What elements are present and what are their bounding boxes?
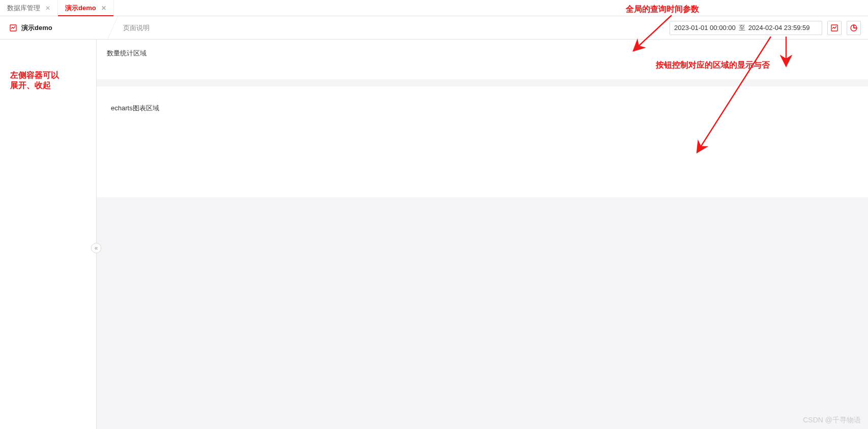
chart-box-icon xyxy=(830,24,838,32)
main-layout: « 数量统计区域 echarts图表区域 xyxy=(0,40,868,429)
tab-label: 演示demo xyxy=(65,4,96,13)
page-title: 演示demo xyxy=(21,23,52,33)
tab-demo[interactable]: 演示demo ✕ xyxy=(58,0,114,16)
date-to: 2024-02-04 23:59:59 xyxy=(748,24,810,32)
content-area: 数量统计区域 echarts图表区域 xyxy=(97,40,868,429)
page-description: 页面说明 xyxy=(123,23,150,33)
tabs-bar: 数据库管理 ✕ 演示demo ✕ xyxy=(0,0,868,16)
date-from: 2023-01-01 00:00:00 xyxy=(674,24,736,32)
date-to-word: 至 xyxy=(739,23,745,33)
stats-panel-label: 数量统计区域 xyxy=(107,49,147,58)
close-icon[interactable]: ✕ xyxy=(45,5,50,12)
left-sidebar: « xyxy=(0,40,97,429)
stats-panel: 数量统计区域 xyxy=(97,40,868,79)
tab-database[interactable]: 数据库管理 ✕ xyxy=(0,0,58,16)
chart-panel-label: echarts图表区域 xyxy=(111,104,159,112)
page-header: 演示demo 页面说明 2023-01-01 00:00:00 至 2024-0… xyxy=(0,16,868,40)
tab-label: 数据库管理 xyxy=(7,4,40,13)
pie-chart-icon xyxy=(850,24,858,32)
title-block: 演示demo xyxy=(0,16,102,39)
toggle-stats-button[interactable] xyxy=(827,21,842,35)
chart-line-icon xyxy=(9,24,17,32)
date-range-picker[interactable]: 2023-01-01 00:00:00 至 2024-02-04 23:59:5… xyxy=(670,21,822,35)
toggle-chart-button[interactable] xyxy=(847,21,861,35)
header-right: 2023-01-01 00:00:00 至 2024-02-04 23:59:5… xyxy=(670,21,868,35)
watermark: CSDN @千寻物语 xyxy=(803,416,861,425)
collapse-handle[interactable]: « xyxy=(91,243,101,253)
chart-panel: echarts图表区域 xyxy=(97,86,868,197)
close-icon[interactable]: ✕ xyxy=(101,5,106,12)
chevron-left-icon: « xyxy=(95,244,98,252)
